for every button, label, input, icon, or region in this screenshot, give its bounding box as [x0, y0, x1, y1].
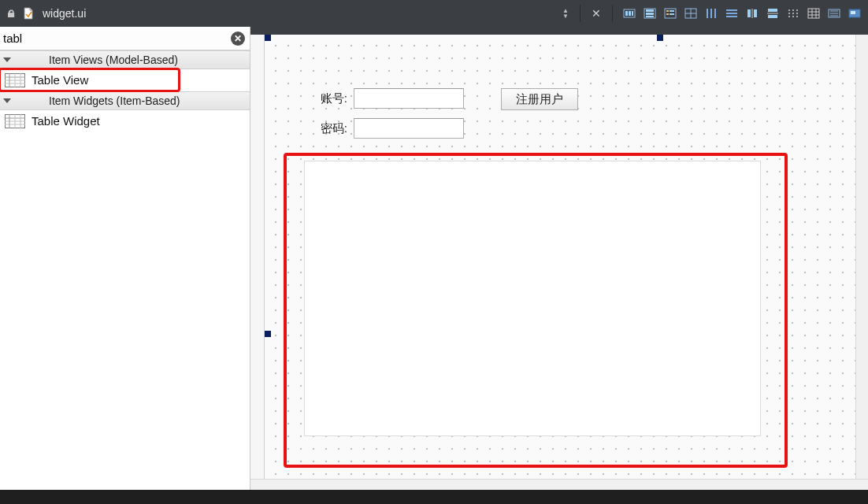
ui-file-icon [22, 7, 35, 20]
account-row: 账号: [308, 88, 464, 109]
svg-rect-23 [754, 9, 757, 17]
grid-lines-icon[interactable] [805, 5, 822, 22]
widget-filter-row: ✕ [0, 27, 250, 50]
svg-point-28 [788, 9, 790, 11]
svg-rect-3 [632, 11, 633, 16]
widget-item-table-widget[interactable]: Table Widget [0, 110, 250, 132]
table-view-placeholder[interactable] [304, 161, 761, 436]
svg-point-30 [796, 9, 798, 11]
layout-form-icon[interactable] [662, 5, 679, 22]
selection-handle[interactable] [265, 35, 271, 41]
selection-handle[interactable] [265, 331, 271, 337]
widget-item-label: Table View [32, 73, 88, 87]
close-tab-button[interactable]: ✕ [588, 7, 604, 20]
canvas-left-gutter [250, 35, 265, 479]
svg-rect-26 [768, 15, 777, 18]
separator [612, 5, 613, 22]
category-header[interactable]: Item Views (Model-Based) [0, 50, 250, 69]
svg-rect-6 [646, 13, 654, 15]
grid-dots-icon[interactable] [785, 5, 802, 22]
vertical-scrollbar[interactable] [855, 35, 868, 479]
taskbar-strip [0, 490, 868, 504]
layout-grid-icon[interactable] [682, 5, 699, 22]
table-widget-icon [5, 114, 25, 128]
design-canvas[interactable]: 账号: 密码: 注册用户 [250, 27, 868, 490]
svg-point-34 [788, 16, 790, 17]
preview-icon[interactable] [846, 5, 863, 22]
password-label: 密码: [308, 121, 347, 136]
svg-rect-1 [625, 11, 628, 16]
svg-rect-44 [851, 11, 855, 14]
h-splitter-icon[interactable] [744, 5, 761, 22]
layout-rows-icon[interactable] [723, 5, 740, 22]
svg-rect-11 [666, 13, 669, 15]
svg-rect-25 [768, 9, 777, 12]
svg-rect-2 [629, 11, 631, 16]
layout-horizontal-icon[interactable] [621, 5, 638, 22]
layout-vertical-icon[interactable] [641, 5, 658, 22]
svg-rect-12 [670, 13, 674, 15]
svg-point-33 [796, 13, 798, 14]
category-label: Item Widgets (Item-Based) [49, 94, 180, 107]
widget-item-table-view[interactable]: Table View [0, 69, 250, 91]
expand-icon [3, 57, 11, 62]
layout-toolbar [621, 5, 863, 22]
widget-box-panel: ✕ Item Views (Model-Based) Table View It… [0, 27, 250, 490]
svg-rect-22 [747, 9, 751, 17]
register-user-button[interactable]: 注册用户 [501, 88, 578, 110]
clear-filter-button[interactable]: ✕ [231, 32, 245, 46]
password-row: 密码: [308, 118, 464, 139]
account-input[interactable] [354, 88, 464, 109]
layout-columns-icon[interactable] [703, 5, 720, 22]
open-file-name: widget.ui [43, 7, 86, 20]
category-header[interactable]: Item Widgets (Item-Based) [0, 91, 250, 110]
top-toolbar: 🔒︎ widget.ui ▲▼ ✕ [0, 0, 868, 27]
svg-rect-10 [670, 10, 674, 12]
widget-filter-input[interactable] [3, 32, 226, 45]
selection-handle[interactable] [657, 35, 663, 41]
svg-rect-9 [666, 10, 669, 12]
svg-point-36 [796, 16, 798, 17]
widget-item-label: Table Widget [32, 114, 100, 128]
svg-point-35 [792, 16, 794, 17]
updown-spinner-icon[interactable]: ▲▼ [559, 6, 572, 21]
form-surface[interactable]: 账号: 密码: 注册用户 [265, 35, 855, 479]
svg-rect-37 [808, 9, 819, 18]
break-layout-icon[interactable] [825, 5, 843, 22]
table-view-icon [5, 73, 25, 87]
svg-point-31 [788, 13, 790, 14]
horizontal-scrollbar[interactable] [250, 479, 868, 490]
svg-point-32 [792, 13, 794, 14]
svg-rect-7 [646, 16, 654, 17]
canvas-top-gutter [250, 27, 868, 35]
category-label: Item Views (Model-Based) [49, 54, 178, 66]
separator [580, 5, 581, 22]
password-input[interactable] [354, 118, 464, 139]
lock-icon: 🔒︎ [5, 7, 17, 20]
svg-point-29 [792, 9, 794, 11]
v-splitter-icon[interactable] [764, 5, 781, 22]
account-label: 账号: [308, 91, 347, 106]
svg-rect-5 [646, 9, 654, 12]
expand-icon [3, 98, 11, 103]
